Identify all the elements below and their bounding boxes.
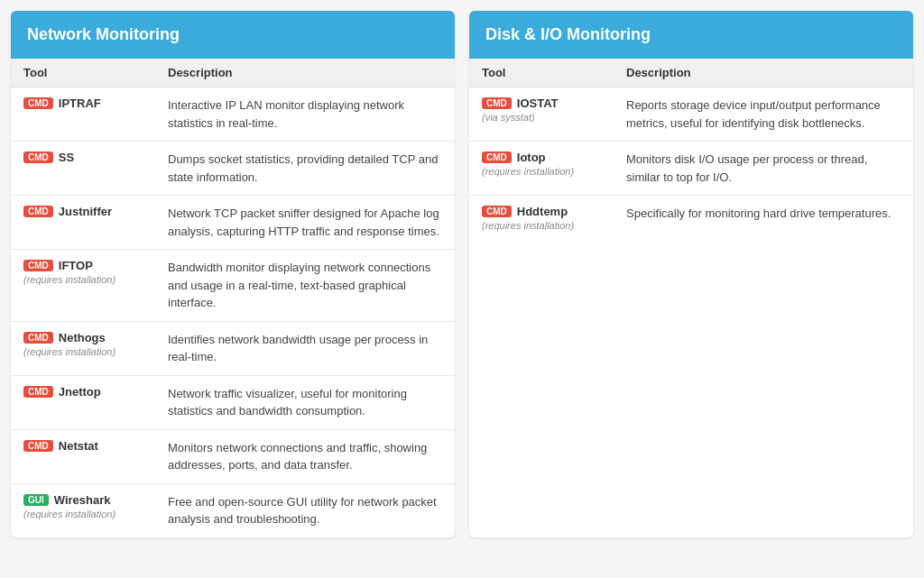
table-row: CMDSSDumps socket statistics, providing … [11,142,455,196]
net-badge-0: CMD [23,97,53,109]
net-badge-5: CMD [23,386,53,398]
net-tool-note-7: (requires installation) [23,509,116,519]
table-row: CMDIPTRAFInteractive IP LAN monitor disp… [11,87,455,142]
disk-tool-name-2: Hddtemp [517,205,568,218]
disk-tool-cell-0: CMDIOSTAT(via sysstat) [482,96,626,123]
net-tool-name-row-1: CMDSS [23,151,74,164]
net-tool-name-row-6: CMDNetstat [23,439,98,453]
table-row: CMDNetstatMonitors network connections a… [11,430,455,484]
net-tool-name-6: Netstat [59,439,98,453]
disk-table-body: CMDIOSTAT(via sysstat)Reports storage de… [469,87,913,240]
network-panel-header: Network Monitoring [11,11,455,59]
disk-tool-note-2: (requires installation) [482,220,574,231]
net-tool-cell-6: CMDNetstat [23,439,168,453]
net-desc-3: Bandwidth monitor displaying network con… [168,259,442,312]
network-col-desc: Description [168,66,442,79]
disk-tool-note-0: (via sysstat) [482,112,535,123]
disk-desc-0: Reports storage device input/output perf… [626,96,901,132]
net-badge-2: CMD [23,206,53,217]
table-row: CMDJustnifferNetwork TCP packet sniffer … [11,196,455,250]
disk-col-tool: Tool [482,66,626,79]
net-tool-name-5: Jnettop [59,385,101,399]
net-tool-note-3: (requires installation) [23,274,116,285]
table-row: CMDHddtemp(requires installation)Specifi… [469,196,913,240]
net-badge-4: CMD [23,332,53,344]
table-row: CMDIFTOP(requires installation)Bandwidth… [11,250,455,322]
net-desc-2: Network TCP packet sniffer designed for … [168,205,442,240]
disk-badge-0: CMD [482,97,512,109]
net-desc-1: Dumps socket statistics, providing detai… [168,151,442,186]
disk-desc-2: Specifically for monitoring hard drive t… [626,205,901,223]
net-tool-cell-2: CMDJustniffer [23,205,168,218]
table-row: GUIWireshark(requires installation)Free … [11,484,455,537]
disk-tool-name-row-0: CMDIOSTAT [482,96,559,110]
table-row: CMDIotop(requires installation)Monitors … [469,142,913,196]
disk-tool-name-1: Iotop [517,151,546,164]
disk-panel-title: Disk & I/O Monitoring [485,25,651,43]
disk-tool-name-0: IOSTAT [517,96,559,110]
net-tool-cell-0: CMDIPTRAF [23,96,168,110]
disk-tool-name-row-2: CMDHddtemp [482,205,568,218]
net-desc-7: Free and open-source GUI utility for net… [168,493,442,528]
net-tool-name-row-5: CMDJnettop [23,385,101,399]
net-desc-0: Interactive IP LAN monitor displaying ne… [168,96,442,132]
disk-panel-header: Disk & I/O Monitoring [469,11,913,59]
disk-col-desc: Description [626,66,901,79]
net-tool-cell-5: CMDJnettop [23,385,168,399]
net-tool-name-3: IFTOP [59,259,93,272]
net-desc-4: Identifies network bandwidth usage per p… [168,331,442,366]
net-desc-5: Network traffic visualizer, useful for m… [168,385,442,420]
net-tool-name-row-2: CMDJustniffer [23,205,112,218]
disk-tool-note-1: (requires installation) [482,166,574,177]
disk-tool-name-row-1: CMDIotop [482,151,546,164]
table-row: CMDNethogs(requires installation)Identif… [11,322,455,376]
net-badge-3: CMD [23,260,53,271]
network-panel-title: Network Monitoring [27,25,180,43]
net-badge-7: GUI [23,494,49,506]
net-tool-cell-3: CMDIFTOP(requires installation) [23,259,168,285]
net-tool-name-7: Wireshark [54,493,111,507]
page-container: Network Monitoring Tool Description CMDI… [11,11,913,537]
network-table-body: CMDIPTRAFInteractive IP LAN monitor disp… [11,87,455,537]
net-badge-6: CMD [23,440,53,452]
net-tool-note-4: (requires installation) [23,346,116,357]
net-tool-name-row-4: CMDNethogs [23,331,106,344]
net-tool-cell-7: GUIWireshark(requires installation) [23,493,168,519]
network-col-tool: Tool [23,66,168,79]
net-badge-1: CMD [23,151,53,163]
disk-desc-1: Monitors disk I/O usage per process or t… [626,151,901,186]
net-tool-name-1: SS [59,151,74,164]
network-table-header: Tool Description [11,59,455,87]
disk-table-header: Tool Description [469,59,913,87]
network-panel: Network Monitoring Tool Description CMDI… [11,11,455,537]
disk-badge-1: CMD [482,151,512,163]
net-tool-name-row-0: CMDIPTRAF [23,96,101,110]
disk-tool-cell-2: CMDHddtemp(requires installation) [482,205,626,231]
net-tool-name-row-3: CMDIFTOP [23,259,93,272]
disk-tool-cell-1: CMDIotop(requires installation) [482,151,626,177]
disk-panel: Disk & I/O Monitoring Tool Description C… [469,11,913,537]
net-tool-cell-4: CMDNethogs(requires installation) [23,331,168,357]
net-tool-cell-1: CMDSS [23,151,168,164]
disk-badge-2: CMD [482,206,512,217]
table-row: CMDJnettopNetwork traffic visualizer, us… [11,376,455,430]
net-tool-name-4: Nethogs [59,331,106,344]
net-tool-name-2: Justniffer [59,205,112,218]
net-tool-name-row-7: GUIWireshark [23,493,111,507]
net-tool-name-0: IPTRAF [59,96,101,110]
table-row: CMDIOSTAT(via sysstat)Reports storage de… [469,87,913,142]
net-desc-6: Monitors network connections and traffic… [168,439,442,474]
